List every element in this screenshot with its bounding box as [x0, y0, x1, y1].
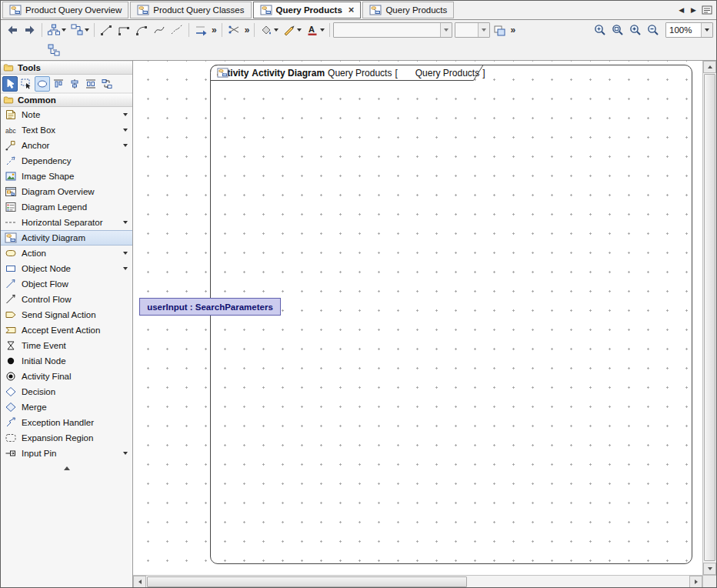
palette-item-time-event[interactable]: Time Event [1, 338, 132, 353]
palette-item-object-node[interactable]: Object Node [1, 261, 132, 276]
palette-item-merge[interactable]: Merge [1, 399, 132, 415]
scroll-left-button[interactable] [133, 576, 146, 588]
chevron-down-icon[interactable] [85, 28, 89, 32]
overflow-chevron-icon[interactable]: » [509, 25, 517, 35]
palette-item-input-pin[interactable]: Input Pin [1, 446, 132, 461]
vertical-scrollbar[interactable] [703, 61, 716, 575]
palette-item-decision[interactable]: Decision [1, 384, 132, 399]
horizontal-scroll-thumb[interactable] [147, 576, 467, 587]
palette-item-activity-final[interactable]: Activity Final [1, 369, 132, 384]
combobox-dropdown-button[interactable] [701, 23, 712, 37]
tab-list-icon[interactable] [701, 4, 713, 16]
line-color-button[interactable] [281, 22, 303, 38]
chevron-down-icon[interactable] [123, 221, 128, 224]
rectilinear-path-button[interactable] [115, 22, 132, 38]
chevron-down-icon[interactable] [297, 28, 302, 32]
tab-query-products[interactable]: Query Products [362, 2, 454, 18]
font-color-button[interactable]: A [304, 22, 326, 38]
horizontal-scrollbar[interactable] [133, 575, 702, 588]
oval-tool-icon[interactable] [35, 76, 50, 92]
chevron-down-icon[interactable] [123, 113, 128, 116]
palette-item-text-box[interactable]: abc Text Box [1, 122, 132, 138]
palette-item-action[interactable]: Action [1, 246, 132, 261]
combobox-dropdown-button[interactable] [440, 23, 452, 37]
rubber-band-tool-icon[interactable] [18, 76, 34, 92]
swap-tool-icon[interactable] [99, 76, 115, 92]
bezier-path-button[interactable] [133, 22, 150, 38]
chevron-down-icon[interactable] [62, 28, 66, 32]
chevron-down-icon[interactable] [123, 129, 128, 132]
palette-item-diagram-legend[interactable]: Diagram Legend [1, 199, 132, 215]
chevron-down-icon[interactable] [123, 144, 128, 147]
fill-color-button[interactable] [258, 22, 280, 38]
size-combobox[interactable] [455, 22, 490, 38]
palette-item-dependency[interactable]: Dependency [1, 153, 132, 169]
diagram-legend-icon [5, 201, 17, 213]
tab-scroll-right-icon[interactable]: ▶ [689, 5, 699, 15]
activity-diagram-frame[interactable]: activity Activity Diagram Query Products… [210, 65, 692, 564]
palette-item-activity-diagram[interactable]: Activity Diagram [1, 230, 132, 246]
tab-query-products-active[interactable]: Query Products × [253, 2, 362, 18]
palette-item-control-flow[interactable]: Control Flow [1, 292, 132, 307]
palette-item-expansion-region[interactable]: Expansion Region [1, 430, 132, 446]
zoom-fit-icon[interactable] [592, 22, 609, 38]
palette-item-object-flow[interactable]: Object Flow [1, 276, 132, 292]
scroll-down-button[interactable] [703, 563, 716, 575]
chevron-down-icon[interactable] [123, 267, 128, 270]
apply-style-button[interactable] [491, 22, 508, 38]
palette-section-common[interactable]: Common [1, 93, 132, 107]
split-path-button[interactable] [168, 22, 185, 38]
diagram-canvas[interactable]: activity Activity Diagram Query Products… [133, 61, 702, 575]
palette-item-initial-node[interactable]: Initial Node [1, 353, 132, 369]
overflow-chevron-icon[interactable]: » [210, 25, 218, 35]
diagram-frame-header: activity Activity Diagram Query Products… [210, 65, 484, 81]
tab-product-query-overview[interactable]: Product Query Overview [2, 2, 128, 18]
zoom-level-combobox[interactable]: 100% [665, 22, 713, 38]
layout-tree-button[interactable] [45, 22, 68, 38]
palette-scroll-up[interactable] [1, 463, 132, 473]
dependency-tools-button[interactable] [192, 22, 209, 38]
close-icon[interactable]: × [348, 6, 355, 14]
scroll-up-button[interactable] [703, 61, 716, 73]
zoom-selection-icon[interactable] [609, 22, 626, 38]
tab-product-query-classes[interactable]: Product Query Classes [130, 2, 251, 18]
curve-path-button[interactable] [151, 22, 168, 38]
zoom-out-icon[interactable] [645, 22, 662, 38]
pointer-tool-icon[interactable] [2, 76, 18, 92]
align-top-tool-icon[interactable] [51, 76, 66, 92]
quick-layout-button[interactable] [68, 22, 91, 38]
combobox-dropdown-button[interactable] [478, 23, 489, 37]
style-combobox[interactable] [333, 22, 452, 38]
back-button[interactable] [4, 22, 21, 38]
align-center-tool-icon[interactable] [67, 76, 82, 92]
tab-scroll-left-icon[interactable]: ◀ [676, 5, 686, 15]
toolbar-separator [188, 23, 189, 37]
diagram-properties-button[interactable] [45, 42, 62, 58]
palette-item-note[interactable]: Note [1, 107, 132, 122]
scroll-right-button[interactable] [689, 576, 702, 588]
object-node-user-input[interactable]: userInput : SearchParameters [139, 298, 281, 316]
chevron-down-icon[interactable] [123, 452, 128, 455]
palette-item-send-signal-action[interactable]: Send Signal Action [1, 307, 132, 322]
overflow-chevron-icon[interactable]: » [243, 25, 252, 35]
distribute-tool-icon[interactable] [83, 76, 98, 92]
palette-item-diagram-overview[interactable]: Diagram Overview [1, 184, 132, 199]
chevron-down-icon[interactable] [320, 28, 325, 32]
vertical-scroll-track[interactable] [703, 73, 716, 563]
palette-section-tools[interactable]: Tools [1, 61, 132, 75]
palette-item-anchor[interactable]: Anchor [1, 138, 132, 153]
palette-item-horizontal-separator[interactable]: Horizontal Separator [1, 215, 132, 230]
forward-button[interactable] [22, 22, 38, 38]
refactor-tools-button[interactable] [225, 22, 242, 38]
oblique-path-button[interactable] [98, 22, 115, 38]
horizontal-scroll-track[interactable] [146, 576, 689, 588]
zoom-in-icon[interactable] [627, 22, 644, 38]
palette-item-image-shape[interactable]: Image Shape [1, 169, 132, 184]
palette-item-accept-event-action[interactable]: Accept Event Action [1, 322, 132, 338]
palette-item-exception-handler[interactable]: Exception Handler [1, 415, 132, 430]
folder-icon [3, 62, 14, 73]
chevron-down-icon[interactable] [123, 252, 128, 255]
vertical-scroll-thumb[interactable] [704, 74, 715, 561]
chevron-down-icon[interactable] [274, 28, 278, 32]
dependency-icon [5, 155, 17, 167]
